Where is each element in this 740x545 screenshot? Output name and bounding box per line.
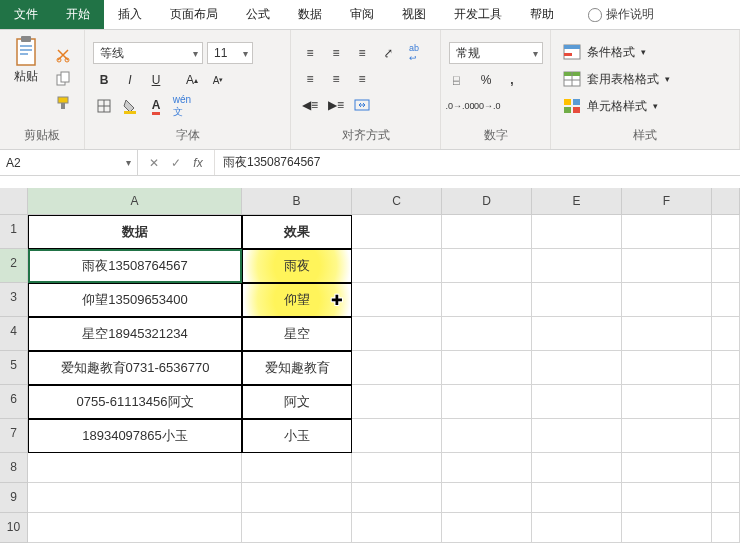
cell-E10[interactable]	[532, 513, 622, 543]
cell-B10[interactable]	[242, 513, 352, 543]
cell-G4[interactable]	[712, 317, 740, 351]
cell-F7[interactable]	[622, 419, 712, 453]
row-header-9[interactable]: 9	[0, 483, 28, 513]
percent-button[interactable]: %	[475, 70, 497, 90]
increase-font-button[interactable]: A▴	[181, 70, 203, 90]
tab-insert[interactable]: 插入	[104, 0, 156, 29]
cell-C3[interactable]	[352, 283, 442, 317]
cell-C7[interactable]	[352, 419, 442, 453]
col-header-D[interactable]: D	[442, 188, 532, 215]
cell-E2[interactable]	[532, 249, 622, 283]
align-left-button[interactable]: ≡	[299, 69, 321, 89]
row-header-3[interactable]: 3	[0, 283, 28, 317]
cell-D5[interactable]	[442, 351, 532, 385]
number-format-select[interactable]: 常规	[449, 42, 543, 64]
tab-home[interactable]: 开始	[52, 0, 104, 29]
col-header-more[interactable]	[712, 188, 740, 215]
cell-A6[interactable]: 0755-61113456阿文	[28, 385, 242, 419]
cell-B1[interactable]: 效果	[242, 215, 352, 249]
increase-indent-button[interactable]: ▶≡	[325, 95, 347, 115]
cell-F9[interactable]	[622, 483, 712, 513]
paste-button[interactable]: 粘贴	[8, 34, 44, 124]
row-header-2[interactable]: 2	[0, 249, 28, 283]
cell-F3[interactable]	[622, 283, 712, 317]
col-header-F[interactable]: F	[622, 188, 712, 215]
cell-F2[interactable]	[622, 249, 712, 283]
cell-C4[interactable]	[352, 317, 442, 351]
cell-G7[interactable]	[712, 419, 740, 453]
accounting-button[interactable]: ⌸	[449, 70, 471, 90]
font-size-select[interactable]: 11	[207, 42, 253, 64]
wrap-text-button[interactable]: ab↩	[403, 43, 425, 63]
cell-B8[interactable]	[242, 453, 352, 483]
cell-B7[interactable]: 小玉	[242, 419, 352, 453]
tab-page-layout[interactable]: 页面布局	[156, 0, 232, 29]
cell-A3[interactable]: 仰望13509653400	[28, 283, 242, 317]
cell-E8[interactable]	[532, 453, 622, 483]
name-box[interactable]: A2	[0, 150, 138, 175]
select-all-corner[interactable]	[0, 188, 28, 215]
formula-input[interactable]: 雨夜13508764567	[215, 150, 740, 175]
cell-C5[interactable]	[352, 351, 442, 385]
cell-A8[interactable]	[28, 453, 242, 483]
tab-formulas[interactable]: 公式	[232, 0, 284, 29]
tab-tell-me[interactable]: 操作说明	[568, 0, 668, 29]
cell-D10[interactable]	[442, 513, 532, 543]
confirm-entry-button[interactable]: ✓	[166, 156, 186, 170]
align-bottom-button[interactable]: ≡	[351, 43, 373, 63]
cell-A7[interactable]: 18934097865小玉	[28, 419, 242, 453]
cell-E9[interactable]	[532, 483, 622, 513]
cell-D8[interactable]	[442, 453, 532, 483]
cell-F10[interactable]	[622, 513, 712, 543]
cell-G6[interactable]	[712, 385, 740, 419]
increase-decimal-button[interactable]: .0→.00	[449, 96, 471, 116]
cell-A2[interactable]: 雨夜13508764567	[28, 249, 242, 283]
row-header-10[interactable]: 10	[0, 513, 28, 543]
bold-button[interactable]: B	[93, 70, 115, 90]
tab-developer[interactable]: 开发工具	[440, 0, 516, 29]
cell-E7[interactable]	[532, 419, 622, 453]
col-header-C[interactable]: C	[352, 188, 442, 215]
cell-F8[interactable]	[622, 453, 712, 483]
cell-C10[interactable]	[352, 513, 442, 543]
copy-button[interactable]	[52, 69, 74, 89]
format-painter-button[interactable]	[52, 93, 74, 113]
cell-A4[interactable]: 星空18945321234	[28, 317, 242, 351]
cell-D9[interactable]	[442, 483, 532, 513]
col-header-B[interactable]: B	[242, 188, 352, 215]
merge-button[interactable]	[351, 95, 373, 115]
cell-B4[interactable]: 星空	[242, 317, 352, 351]
cell-D1[interactable]	[442, 215, 532, 249]
cell-C8[interactable]	[352, 453, 442, 483]
row-header-7[interactable]: 7	[0, 419, 28, 453]
cell-G2[interactable]	[712, 249, 740, 283]
table-format-button[interactable]: 套用表格格式▾	[559, 69, 731, 90]
cell-F4[interactable]	[622, 317, 712, 351]
cell-D7[interactable]	[442, 419, 532, 453]
cell-C2[interactable]	[352, 249, 442, 283]
align-center-button[interactable]: ≡	[325, 69, 347, 89]
phonetic-button[interactable]: wén文	[171, 96, 193, 116]
cell-C6[interactable]	[352, 385, 442, 419]
underline-button[interactable]: U	[145, 70, 167, 90]
orientation-button[interactable]: ⤤	[377, 43, 399, 63]
italic-button[interactable]: I	[119, 70, 141, 90]
cell-E6[interactable]	[532, 385, 622, 419]
cell-F6[interactable]	[622, 385, 712, 419]
decrease-decimal-button[interactable]: .00→.0	[475, 96, 497, 116]
cell-G10[interactable]	[712, 513, 740, 543]
tab-file[interactable]: 文件	[0, 0, 52, 29]
cell-B3[interactable]: 仰望	[242, 283, 352, 317]
cell-E4[interactable]	[532, 317, 622, 351]
tab-review[interactable]: 审阅	[336, 0, 388, 29]
row-header-4[interactable]: 4	[0, 317, 28, 351]
cell-C1[interactable]	[352, 215, 442, 249]
cell-B5[interactable]: 爱知趣教育	[242, 351, 352, 385]
row-header-8[interactable]: 8	[0, 453, 28, 483]
cell-D4[interactable]	[442, 317, 532, 351]
cell-D3[interactable]	[442, 283, 532, 317]
cell-D6[interactable]	[442, 385, 532, 419]
align-top-button[interactable]: ≡	[299, 43, 321, 63]
tab-help[interactable]: 帮助	[516, 0, 568, 29]
cell-E3[interactable]	[532, 283, 622, 317]
